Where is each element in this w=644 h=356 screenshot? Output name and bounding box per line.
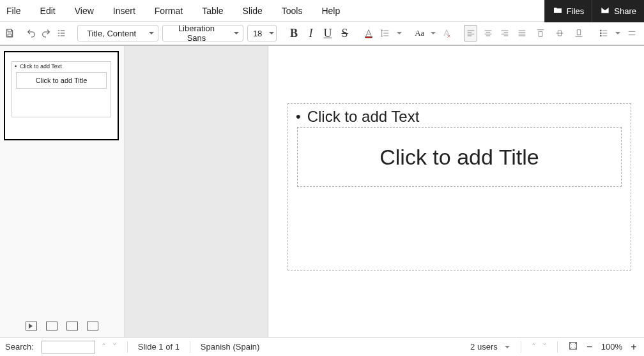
font-size-combo[interactable]: 18: [247, 25, 277, 41]
top-right-buttons: Files Share: [544, 0, 644, 22]
status-separator: [521, 341, 521, 353]
chevron-down-icon[interactable]: [430, 30, 436, 36]
vertical-align-middle-button[interactable]: [551, 25, 568, 41]
menu-insert[interactable]: Insert: [113, 6, 135, 16]
status-right: 2 users ˄ ˅ − 100% +: [470, 341, 639, 353]
save-icon[interactable]: [4, 26, 15, 40]
vertical-align-top-button[interactable]: [532, 25, 549, 41]
svg-point-3: [600, 35, 601, 36]
slide-thumbnail-1[interactable]: • Click to add Text Click to add Title: [4, 51, 119, 140]
svg-point-1: [600, 30, 601, 31]
chevron-down-icon[interactable]: [615, 30, 621, 36]
share-button-label: Share: [614, 6, 636, 16]
toolbar-overflow-button[interactable]: [624, 25, 640, 41]
thumbnail-text-placeholder: Click to add Text: [20, 63, 62, 70]
thumbnail-content-box: • Click to add Text Click to add Title: [12, 61, 111, 117]
menu-tools[interactable]: Tools: [282, 6, 303, 16]
undo-icon[interactable]: [26, 26, 36, 40]
font-color-button[interactable]: [362, 25, 376, 41]
menu-slide[interactable]: Slide: [243, 6, 263, 16]
search-prev-icon[interactable]: ˄: [102, 342, 106, 352]
main-area: • Click to add Text Click to add Title C…: [0, 46, 644, 337]
toolbar-separator: [459, 26, 459, 41]
layout-combo-label: Title, Content: [78, 29, 145, 38]
align-right-button[interactable]: [498, 25, 512, 41]
bullet-list-button[interactable]: [595, 25, 612, 41]
line-spacing-button[interactable]: [379, 25, 392, 41]
font-name-combo[interactable]: Liberation Sans: [162, 25, 243, 41]
font-size-label: 18: [248, 29, 267, 38]
zoom-level-label[interactable]: 100%: [601, 342, 622, 352]
chevron-down-icon: [267, 30, 276, 36]
next-slide-icon[interactable]: ˅: [542, 342, 547, 352]
folder-icon: [553, 5, 563, 17]
panel-view-switcher: [0, 322, 124, 330]
files-button-label: Files: [567, 6, 584, 16]
svg-rect-0: [365, 36, 372, 38]
status-separator: [127, 341, 128, 353]
envelope-icon: [600, 5, 610, 17]
slide-canvas[interactable]: Click to add Text Click to add Title: [268, 46, 644, 337]
search-next-icon[interactable]: ˅: [112, 342, 117, 352]
outline-icon[interactable]: [56, 26, 66, 40]
search-label: Search:: [5, 342, 34, 352]
toolbar: Title, Content Liberation Sans 18 B I U …: [0, 22, 644, 46]
chevron-down-icon: [145, 30, 158, 36]
chevron-down-icon[interactable]: [504, 344, 510, 350]
users-label[interactable]: 2 users: [470, 342, 498, 352]
outline-view-icon[interactable]: [46, 322, 57, 330]
strikethrough-button[interactable]: S: [338, 25, 351, 41]
language-label[interactable]: Spanish (Spain): [201, 342, 260, 352]
italic-button[interactable]: I: [304, 25, 318, 41]
normal-view-icon[interactable]: [26, 322, 37, 330]
prev-slide-icon[interactable]: ˄: [532, 342, 536, 352]
font-name-label: Liberation Sans: [163, 24, 230, 43]
status-separator: [557, 341, 558, 353]
slide-sorter-view-icon[interactable]: [66, 322, 78, 330]
text-case-button[interactable]: Aa: [413, 25, 427, 41]
toolbar-separator: [356, 26, 357, 41]
bullet-icon: •: [15, 63, 17, 70]
toolbar-separator: [72, 26, 72, 41]
align-justify-button[interactable]: [516, 25, 529, 41]
title-placeholder[interactable]: Click to add Title: [297, 127, 622, 187]
menu-bar: File Edit View Insert Format Table Slide…: [0, 0, 644, 22]
zoom-out-button[interactable]: −: [585, 341, 595, 353]
thumbnail-title-placeholder: Click to add Title: [16, 72, 107, 89]
chevron-down-icon: [230, 30, 243, 36]
zoom-in-button[interactable]: +: [629, 341, 639, 353]
toolbar-separator: [408, 26, 408, 41]
notes-view-icon[interactable]: [87, 322, 98, 330]
files-button[interactable]: Files: [544, 0, 592, 22]
layout-combo[interactable]: Title, Content: [77, 25, 158, 41]
menu-view[interactable]: View: [75, 6, 94, 16]
status-bar: Search: ˄ ˅ Slide 1 of 1 Spanish (Spain)…: [0, 337, 644, 356]
clear-formatting-button[interactable]: [440, 25, 454, 41]
status-separator: [190, 341, 190, 353]
chevron-down-icon[interactable]: [396, 30, 402, 36]
toolbar-separator: [20, 26, 20, 41]
menu-file[interactable]: File: [6, 6, 21, 16]
menu-format[interactable]: Format: [155, 6, 183, 16]
search-input[interactable]: [42, 341, 95, 353]
align-left-button[interactable]: [464, 25, 477, 41]
slide-panel: • Click to add Text Click to add Title: [0, 46, 125, 337]
align-center-button[interactable]: [481, 25, 494, 41]
menu-edit[interactable]: Edit: [40, 6, 56, 16]
slide-count-label: Slide 1 of 1: [138, 342, 180, 352]
text-placeholder[interactable]: Click to add Text: [296, 108, 419, 126]
toolbar-separator: [282, 26, 282, 41]
share-button[interactable]: Share: [592, 0, 644, 22]
fit-page-icon[interactable]: [568, 341, 578, 353]
toolbar-separator: [591, 26, 592, 41]
menu-table[interactable]: Table: [202, 6, 223, 16]
menu-help[interactable]: Help: [321, 6, 340, 16]
redo-icon[interactable]: [41, 26, 52, 40]
underline-button[interactable]: U: [321, 25, 335, 41]
ruler-gutter: [125, 46, 268, 337]
content-placeholder-frame[interactable]: Click to add Text Click to add Title: [288, 103, 631, 271]
svg-point-2: [600, 33, 601, 34]
bold-button[interactable]: B: [288, 25, 301, 41]
vertical-align-bottom-button[interactable]: [571, 25, 587, 41]
